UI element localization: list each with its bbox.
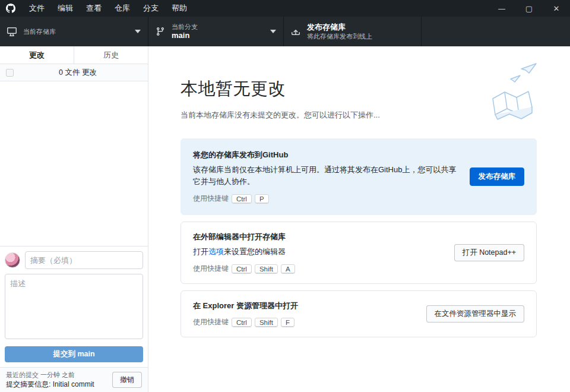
toolbar: 当前存储库 当前分支 main 发布存储库 将此存储库发布到线上 — [0, 17, 570, 46]
key-shift: Shift — [255, 264, 278, 274]
window-controls: — ▢ ✕ — [488, 0, 570, 17]
shortcut-label: 使用快捷键 — [193, 317, 229, 327]
menu-branch[interactable]: 分支 — [137, 0, 165, 17]
close-button[interactable]: ✕ — [543, 0, 570, 17]
maximize-button[interactable]: ▢ — [515, 0, 543, 17]
options-link[interactable]: 选项 — [208, 247, 224, 256]
publish-repository-title: 发布存储库 — [307, 23, 414, 32]
no-changes-illustration — [480, 62, 539, 124]
menu-view[interactable]: 查看 — [80, 0, 108, 17]
recent-commit-bar: 最近的提交 一分钟 之前 提交摘要信息: Initial commit 撤销 — [0, 367, 148, 392]
open-in-explorer-card: 在 Explorer 资源管理器中打开 使用快捷键 Ctrl Shift F 在… — [180, 290, 537, 337]
titlebar: 文件 编辑 查看 仓库 分支 帮助 — ▢ ✕ — [0, 0, 570, 17]
shortcut-label: 使用快捷键 — [193, 264, 229, 274]
avatar — [5, 252, 20, 268]
changed-files-header: 0 文件 更改 — [0, 64, 148, 81]
tab-changes[interactable]: 更改 — [0, 46, 74, 64]
changes-history-tabs: 更改 历史 — [0, 46, 148, 64]
select-all-checkbox[interactable] — [6, 69, 14, 77]
menu-help[interactable]: 帮助 — [165, 0, 194, 17]
computer-icon — [7, 27, 17, 36]
current-branch-dropdown[interactable]: 当前分支 main — [148, 17, 284, 46]
key-ctrl: Ctrl — [232, 264, 252, 274]
publish-repository-toolbar-button[interactable]: 发布存储库 将此存储库发布到线上 — [284, 17, 422, 46]
current-branch-label: 当前分支 — [172, 23, 265, 31]
commit-form: 提交到 main — [0, 246, 148, 367]
current-branch-value: main — [172, 31, 265, 40]
key-f: F — [281, 318, 294, 327]
minimize-button[interactable]: — — [488, 0, 515, 17]
shortcut-label: 使用快捷键 — [193, 194, 229, 204]
sidebar: 更改 历史 0 文件 更改 提交到 main 最近的提交 一分钟 之前 — [0, 46, 148, 392]
open-editor-button[interactable]: 打开 Notepad++ — [454, 244, 524, 261]
editor-body-pre: 打开 — [193, 247, 208, 256]
key-ctrl: Ctrl — [232, 194, 252, 204]
publish-card-title: 将您的存储库发布到GitHub — [193, 150, 459, 160]
upload-icon — [291, 27, 300, 36]
github-logo-icon — [6, 4, 15, 13]
open-in-editor-card: 在外部编辑器中打开存储库 打开选项来设置您的编辑器 使用快捷键 Ctrl Shi… — [180, 222, 537, 284]
menu-repository[interactable]: 仓库 — [108, 0, 137, 17]
commit-summary-value: Initial commit — [53, 380, 94, 388]
menu-file[interactable]: 文件 — [23, 0, 51, 17]
key-shift: Shift — [255, 318, 278, 327]
toolbar-spacer — [422, 17, 570, 46]
recent-commit-time: 一分钟 之前 — [40, 371, 75, 378]
commit-description-input[interactable] — [5, 274, 143, 339]
tab-history[interactable]: 历史 — [74, 46, 148, 64]
key-p: P — [255, 194, 269, 204]
chevron-down-icon — [270, 30, 276, 33]
menu-edit[interactable]: 编辑 — [51, 0, 80, 17]
publish-card-body: 该存储库当前仅在本地计算机上可用。通过将其发布在GitHub上，您可以共享它并与… — [193, 164, 459, 188]
show-in-explorer-button[interactable]: 在文件资源管理器中显示 — [426, 305, 525, 323]
open-in-editor-title: 在外部编辑器中打开存储库 — [193, 232, 444, 242]
main-content: 本地暂无更改 当前本地存储库没有未提交的更改。您可以进行以下操作... 将您的存… — [148, 46, 570, 392]
publish-repository-subtitle: 将此存储库发布到线上 — [307, 32, 414, 40]
undo-button[interactable]: 撤销 — [112, 372, 142, 388]
open-in-explorer-title: 在 Explorer 资源管理器中打开 — [193, 301, 416, 311]
commit-summary-input[interactable] — [25, 251, 143, 269]
key-a: A — [281, 264, 295, 274]
changed-files-count: 0 文件 更改 — [14, 68, 142, 78]
current-repository-dropdown[interactable]: 当前存储库 — [0, 17, 148, 46]
chevron-down-icon — [135, 30, 141, 33]
publish-repository-button[interactable]: 发布存储库 — [470, 167, 525, 186]
publish-card: 将您的存储库发布到GitHub 该存储库当前仅在本地计算机上可用。通过将其发布在… — [180, 138, 537, 215]
commit-summary-label: 提交摘要信息: — [6, 380, 50, 388]
commit-button[interactable]: 提交到 main — [5, 346, 143, 362]
changed-files-list — [0, 81, 148, 246]
editor-body-post: 来设置您的编辑器 — [224, 247, 286, 256]
current-repository-label: 当前存储库 — [23, 27, 130, 36]
key-ctrl: Ctrl — [232, 318, 252, 327]
git-branch-icon — [156, 27, 165, 36]
recent-commit-label: 最近的提交 — [6, 371, 39, 378]
